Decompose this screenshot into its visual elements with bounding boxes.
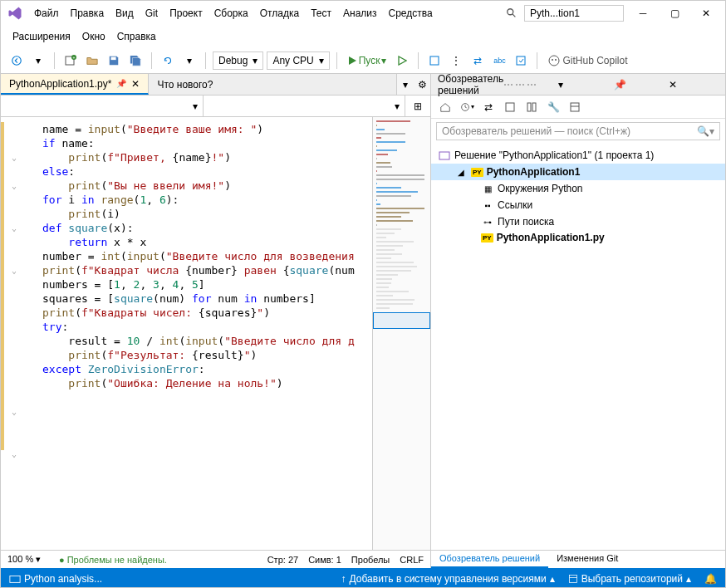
nav-combo-2[interactable]: ▾ <box>204 96 406 116</box>
tab-dropdown-icon[interactable]: ▾ <box>397 74 414 95</box>
whitespace-mode[interactable]: Пробелы <box>351 555 390 565</box>
svg-rect-16 <box>571 103 579 111</box>
tab-python-file[interactable]: PythonApplication1.py*📌✕ <box>1 74 149 95</box>
svg-rect-13 <box>506 103 514 111</box>
menu-window[interactable]: Окно <box>77 27 110 46</box>
save-all-button[interactable] <box>126 51 145 70</box>
run-button[interactable]: Пуск▾ <box>344 51 390 70</box>
split-icon[interactable]: ⊞ <box>405 96 430 116</box>
se-close-icon[interactable]: ✕ <box>669 79 719 91</box>
code-editor[interactable]: name = input("Введите ваше имя: ")if nam… <box>1 117 372 550</box>
refs-icon: ▪▪ <box>481 198 494 212</box>
platform-combo[interactable]: Any CPU▾ <box>267 51 329 70</box>
status-add-vcs[interactable]: ↑ Добавить в систему управления версиями… <box>341 573 555 585</box>
menu-tools[interactable]: Средства <box>384 4 438 22</box>
menu-view[interactable]: Вид <box>110 4 139 22</box>
se-props-icon[interactable]: 🔧 <box>544 98 562 116</box>
python-project-icon: PY <box>471 168 483 177</box>
se-search-input[interactable]: Обозреватель решений — поиск (Ctrl+ж)🔍▾ <box>436 122 720 140</box>
minimap-viewport[interactable] <box>373 312 430 329</box>
menu-git[interactable]: Git <box>140 4 163 22</box>
pin-icon[interactable]: 📌 <box>116 79 126 88</box>
solution-explorer: Обозреватель решений ⋯⋯⋯ ▾ 📌 ✕ ▾ ⇄ 🔧 Обо… <box>431 74 725 568</box>
tb-icon-5[interactable] <box>512 51 530 70</box>
nav-fwd-button[interactable]: ▾ <box>29 51 47 70</box>
svg-rect-19 <box>10 576 20 582</box>
tb-icon-4[interactable]: abc <box>490 51 508 70</box>
svg-point-9 <box>549 56 559 66</box>
status-select-repo[interactable]: Выбрать репозиторий ▴ <box>568 573 691 585</box>
status-output[interactable]: Python analysis... <box>9 573 102 585</box>
config-combo[interactable]: Debug▾ <box>213 51 263 70</box>
se-pin-icon[interactable]: 📌 <box>614 79 664 91</box>
svg-point-10 <box>552 59 553 61</box>
se-tab-git[interactable]: Изменения Git <box>548 551 626 568</box>
tb-icon-1[interactable] <box>425 51 444 70</box>
se-title: Обозреватель решений <box>438 73 503 96</box>
env-icon: ▦ <box>481 182 494 195</box>
se-dropdown-icon[interactable]: ▾ <box>558 79 608 91</box>
maximize-button[interactable]: ▢ <box>662 5 687 22</box>
nav-bar: ▾ ▾ ⊞ <box>1 96 430 117</box>
se-preview-icon[interactable] <box>566 98 584 116</box>
tree-environments[interactable]: ▦Окружения Python <box>431 180 725 197</box>
se-home-icon[interactable] <box>436 98 454 116</box>
tree-project[interactable]: ◢PYPythonApplication1 <box>431 164 725 180</box>
paths-icon: ⊶ <box>481 215 494 228</box>
open-button[interactable] <box>83 51 101 70</box>
tree-references[interactable]: ▪▪Ссылки <box>431 197 725 213</box>
menu-help[interactable]: Справка <box>112 27 161 46</box>
copilot-button[interactable]: GitHub Copilot <box>544 51 630 70</box>
se-sync-icon[interactable]: ⇄ <box>479 98 498 116</box>
new-item-button[interactable]: + <box>61 51 80 70</box>
menu-edit[interactable]: Правка <box>66 4 110 22</box>
menu-test[interactable]: Тест <box>306 4 336 22</box>
title-search[interactable]: Pyth...tion1 <box>524 5 624 22</box>
main-menu-row2: Расширения Окно Справка <box>1 26 725 47</box>
solution-icon <box>438 149 451 162</box>
nav-back-button[interactable] <box>7 51 26 70</box>
editor-pane: PythonApplication1.py*📌✕ Что нового? ▾ ⚙… <box>1 74 431 568</box>
svg-rect-14 <box>527 103 531 111</box>
menu-build[interactable]: Сборка <box>209 4 253 22</box>
problems-status[interactable]: ● Проблемы не найдены. <box>59 555 167 565</box>
se-history-icon[interactable]: ▾ <box>458 98 476 116</box>
tree-search-paths[interactable]: ⊶Пути поиска <box>431 213 725 230</box>
tab-settings-icon[interactable]: ⚙ <box>414 74 430 95</box>
svg-rect-8 <box>517 56 525 65</box>
svg-point-11 <box>555 59 557 61</box>
menu-project[interactable]: Проект <box>164 4 208 22</box>
tree-file[interactable]: PYPythonApplication1.py <box>431 230 725 245</box>
menu-debug[interactable]: Отладка <box>255 4 304 22</box>
minimize-button[interactable]: ─ <box>630 5 655 22</box>
status-bell-icon[interactable]: 🔔 <box>704 573 717 585</box>
minimap[interactable] <box>372 117 430 550</box>
svg-text:+: + <box>73 55 76 60</box>
menu-file[interactable]: Файл <box>29 4 64 22</box>
svg-rect-18 <box>439 152 449 159</box>
tab-whats-new[interactable]: Что нового? <box>149 74 397 95</box>
caret-line[interactable]: Стр: 27 <box>267 555 298 565</box>
se-showall-icon[interactable] <box>522 98 541 116</box>
tb-icon-2[interactable]: ⋮ <box>447 51 465 70</box>
caret-col[interactable]: Симв: 1 <box>308 555 341 565</box>
se-tab-explorer[interactable]: Обозреватель решений <box>431 551 548 568</box>
expand-icon[interactable]: ◢ <box>454 165 468 179</box>
tree-solution[interactable]: Решение "PythonApplication1" (1 проекта … <box>431 147 725 164</box>
close-tab-icon[interactable]: ✕ <box>131 78 140 90</box>
save-button[interactable] <box>105 51 123 70</box>
se-collapse-icon[interactable] <box>501 98 519 116</box>
nav-combo-1[interactable]: ▾ <box>1 96 204 116</box>
undo-button[interactable] <box>159 51 177 70</box>
menu-analyze[interactable]: Анализ <box>338 4 382 22</box>
tb-icon-3[interactable]: ⇄ <box>468 51 487 70</box>
zoom-combo[interactable]: 100 % ▾ <box>7 554 49 565</box>
change-indicator <box>1 122 4 450</box>
close-button[interactable]: ✕ <box>694 5 719 22</box>
redo-button[interactable]: ▾ <box>180 51 199 70</box>
menu-extensions[interactable]: Расширения <box>7 27 76 46</box>
main-toolbar: ▾ + ▾ Debug▾ Any CPU▾ Пуск▾ ⋮ ⇄ abc GitH… <box>1 47 725 74</box>
line-ending[interactable]: CRLF <box>400 555 424 565</box>
search-icon[interactable] <box>506 7 518 19</box>
run-noDebug-button[interactable] <box>393 51 411 70</box>
